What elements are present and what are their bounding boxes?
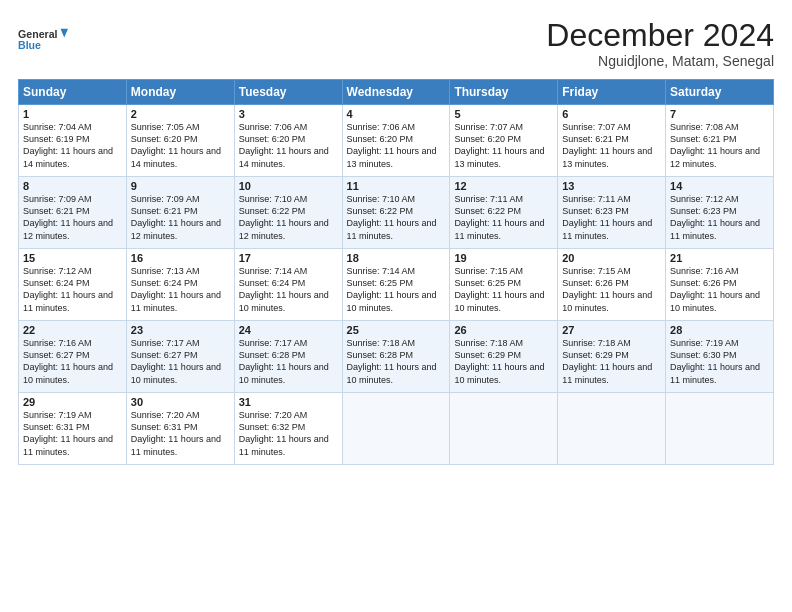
- day-header-sunday: Sunday: [19, 80, 127, 105]
- calendar-cell: 31 Sunrise: 7:20 AMSunset: 6:32 PMDaylig…: [234, 393, 342, 465]
- day-header-tuesday: Tuesday: [234, 80, 342, 105]
- week-row-4: 22 Sunrise: 7:16 AMSunset: 6:27 PMDaylig…: [19, 321, 774, 393]
- calendar-cell: 15 Sunrise: 7:12 AMSunset: 6:24 PMDaylig…: [19, 249, 127, 321]
- day-number: 16: [131, 252, 230, 264]
- title-block: December 2024 Nguidjlone, Matam, Senegal: [546, 18, 774, 69]
- logo: General Blue: [18, 18, 68, 62]
- day-detail: Sunrise: 7:19 AMSunset: 6:30 PMDaylight:…: [670, 338, 760, 384]
- calendar-cell: 5 Sunrise: 7:07 AMSunset: 6:20 PMDayligh…: [450, 105, 558, 177]
- day-number: 8: [23, 180, 122, 192]
- day-number: 30: [131, 396, 230, 408]
- calendar-cell: 3 Sunrise: 7:06 AMSunset: 6:20 PMDayligh…: [234, 105, 342, 177]
- calendar-cell: 30 Sunrise: 7:20 AMSunset: 6:31 PMDaylig…: [126, 393, 234, 465]
- day-detail: Sunrise: 7:12 AMSunset: 6:24 PMDaylight:…: [23, 266, 113, 312]
- calendar-cell: 23 Sunrise: 7:17 AMSunset: 6:27 PMDaylig…: [126, 321, 234, 393]
- day-number: 20: [562, 252, 661, 264]
- day-detail: Sunrise: 7:14 AMSunset: 6:25 PMDaylight:…: [347, 266, 437, 312]
- calendar-cell: 14 Sunrise: 7:12 AMSunset: 6:23 PMDaylig…: [666, 177, 774, 249]
- svg-text:Blue: Blue: [18, 39, 41, 51]
- day-number: 4: [347, 108, 446, 120]
- day-detail: Sunrise: 7:04 AMSunset: 6:19 PMDaylight:…: [23, 122, 113, 168]
- day-detail: Sunrise: 7:17 AMSunset: 6:28 PMDaylight:…: [239, 338, 329, 384]
- calendar-cell: 19 Sunrise: 7:15 AMSunset: 6:25 PMDaylig…: [450, 249, 558, 321]
- day-number: 11: [347, 180, 446, 192]
- calendar-cell: 20 Sunrise: 7:15 AMSunset: 6:26 PMDaylig…: [558, 249, 666, 321]
- day-detail: Sunrise: 7:06 AMSunset: 6:20 PMDaylight:…: [239, 122, 329, 168]
- svg-marker-2: [61, 29, 69, 38]
- day-detail: Sunrise: 7:14 AMSunset: 6:24 PMDaylight:…: [239, 266, 329, 312]
- day-detail: Sunrise: 7:09 AMSunset: 6:21 PMDaylight:…: [23, 194, 113, 240]
- calendar-cell: [666, 393, 774, 465]
- day-number: 2: [131, 108, 230, 120]
- calendar-cell: 9 Sunrise: 7:09 AMSunset: 6:21 PMDayligh…: [126, 177, 234, 249]
- day-number: 27: [562, 324, 661, 336]
- day-detail: Sunrise: 7:06 AMSunset: 6:20 PMDaylight:…: [347, 122, 437, 168]
- subtitle: Nguidjlone, Matam, Senegal: [546, 53, 774, 69]
- day-detail: Sunrise: 7:18 AMSunset: 6:28 PMDaylight:…: [347, 338, 437, 384]
- calendar-cell: 27 Sunrise: 7:18 AMSunset: 6:29 PMDaylig…: [558, 321, 666, 393]
- day-detail: Sunrise: 7:09 AMSunset: 6:21 PMDaylight:…: [131, 194, 221, 240]
- calendar-cell: 4 Sunrise: 7:06 AMSunset: 6:20 PMDayligh…: [342, 105, 450, 177]
- calendar-cell: 16 Sunrise: 7:13 AMSunset: 6:24 PMDaylig…: [126, 249, 234, 321]
- svg-text:General: General: [18, 28, 58, 40]
- day-number: 31: [239, 396, 338, 408]
- calendar-cell: 25 Sunrise: 7:18 AMSunset: 6:28 PMDaylig…: [342, 321, 450, 393]
- day-number: 24: [239, 324, 338, 336]
- day-header-thursday: Thursday: [450, 80, 558, 105]
- calendar-cell: [450, 393, 558, 465]
- day-detail: Sunrise: 7:18 AMSunset: 6:29 PMDaylight:…: [562, 338, 652, 384]
- calendar-cell: 11 Sunrise: 7:10 AMSunset: 6:22 PMDaylig…: [342, 177, 450, 249]
- calendar-cell: 6 Sunrise: 7:07 AMSunset: 6:21 PMDayligh…: [558, 105, 666, 177]
- day-number: 26: [454, 324, 553, 336]
- day-number: 22: [23, 324, 122, 336]
- day-detail: Sunrise: 7:19 AMSunset: 6:31 PMDaylight:…: [23, 410, 113, 456]
- day-detail: Sunrise: 7:11 AMSunset: 6:22 PMDaylight:…: [454, 194, 544, 240]
- day-detail: Sunrise: 7:16 AMSunset: 6:27 PMDaylight:…: [23, 338, 113, 384]
- day-number: 13: [562, 180, 661, 192]
- calendar-cell: 24 Sunrise: 7:17 AMSunset: 6:28 PMDaylig…: [234, 321, 342, 393]
- day-detail: Sunrise: 7:20 AMSunset: 6:31 PMDaylight:…: [131, 410, 221, 456]
- day-detail: Sunrise: 7:13 AMSunset: 6:24 PMDaylight:…: [131, 266, 221, 312]
- day-number: 25: [347, 324, 446, 336]
- day-detail: Sunrise: 7:16 AMSunset: 6:26 PMDaylight:…: [670, 266, 760, 312]
- page: General Blue December 2024 Nguidjlone, M…: [0, 0, 792, 612]
- header: General Blue December 2024 Nguidjlone, M…: [18, 18, 774, 69]
- day-detail: Sunrise: 7:05 AMSunset: 6:20 PMDaylight:…: [131, 122, 221, 168]
- day-header-row: SundayMondayTuesdayWednesdayThursdayFrid…: [19, 80, 774, 105]
- calendar-cell: 29 Sunrise: 7:19 AMSunset: 6:31 PMDaylig…: [19, 393, 127, 465]
- day-detail: Sunrise: 7:07 AMSunset: 6:20 PMDaylight:…: [454, 122, 544, 168]
- week-row-3: 15 Sunrise: 7:12 AMSunset: 6:24 PMDaylig…: [19, 249, 774, 321]
- calendar-cell: 13 Sunrise: 7:11 AMSunset: 6:23 PMDaylig…: [558, 177, 666, 249]
- week-row-2: 8 Sunrise: 7:09 AMSunset: 6:21 PMDayligh…: [19, 177, 774, 249]
- calendar-cell: 2 Sunrise: 7:05 AMSunset: 6:20 PMDayligh…: [126, 105, 234, 177]
- logo-svg: General Blue: [18, 18, 68, 62]
- day-detail: Sunrise: 7:10 AMSunset: 6:22 PMDaylight:…: [347, 194, 437, 240]
- day-detail: Sunrise: 7:15 AMSunset: 6:26 PMDaylight:…: [562, 266, 652, 312]
- calendar-cell: 17 Sunrise: 7:14 AMSunset: 6:24 PMDaylig…: [234, 249, 342, 321]
- day-number: 21: [670, 252, 769, 264]
- calendar-cell: [342, 393, 450, 465]
- day-header-wednesday: Wednesday: [342, 80, 450, 105]
- day-number: 17: [239, 252, 338, 264]
- day-detail: Sunrise: 7:20 AMSunset: 6:32 PMDaylight:…: [239, 410, 329, 456]
- day-number: 10: [239, 180, 338, 192]
- day-number: 23: [131, 324, 230, 336]
- day-number: 7: [670, 108, 769, 120]
- day-number: 6: [562, 108, 661, 120]
- calendar-cell: 1 Sunrise: 7:04 AMSunset: 6:19 PMDayligh…: [19, 105, 127, 177]
- day-detail: Sunrise: 7:07 AMSunset: 6:21 PMDaylight:…: [562, 122, 652, 168]
- week-row-5: 29 Sunrise: 7:19 AMSunset: 6:31 PMDaylig…: [19, 393, 774, 465]
- day-header-saturday: Saturday: [666, 80, 774, 105]
- day-detail: Sunrise: 7:18 AMSunset: 6:29 PMDaylight:…: [454, 338, 544, 384]
- day-detail: Sunrise: 7:12 AMSunset: 6:23 PMDaylight:…: [670, 194, 760, 240]
- calendar-cell: [558, 393, 666, 465]
- day-detail: Sunrise: 7:15 AMSunset: 6:25 PMDaylight:…: [454, 266, 544, 312]
- day-detail: Sunrise: 7:08 AMSunset: 6:21 PMDaylight:…: [670, 122, 760, 168]
- calendar-cell: 28 Sunrise: 7:19 AMSunset: 6:30 PMDaylig…: [666, 321, 774, 393]
- day-number: 28: [670, 324, 769, 336]
- day-detail: Sunrise: 7:10 AMSunset: 6:22 PMDaylight:…: [239, 194, 329, 240]
- main-title: December 2024: [546, 18, 774, 53]
- day-number: 15: [23, 252, 122, 264]
- calendar-cell: 26 Sunrise: 7:18 AMSunset: 6:29 PMDaylig…: [450, 321, 558, 393]
- calendar-cell: 22 Sunrise: 7:16 AMSunset: 6:27 PMDaylig…: [19, 321, 127, 393]
